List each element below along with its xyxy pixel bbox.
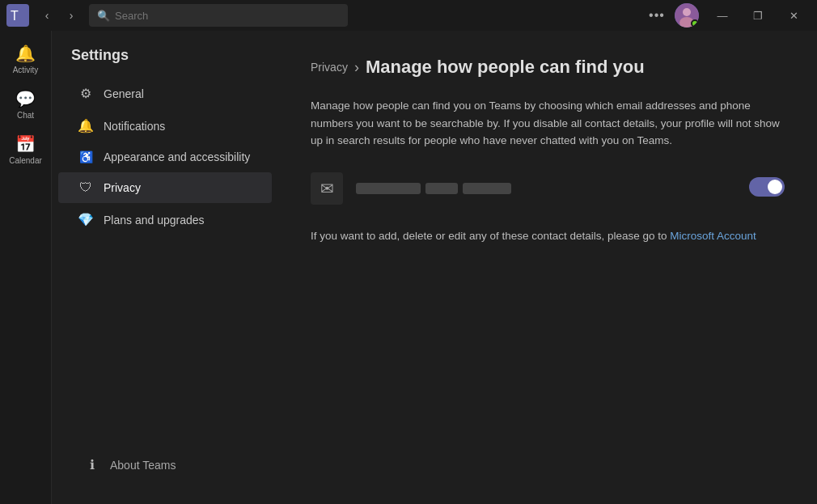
breadcrumb: Privacy › Manage how people can find you bbox=[311, 57, 785, 78]
gear-icon: ⚙ bbox=[78, 86, 94, 101]
restore-button[interactable]: ❐ bbox=[741, 4, 775, 27]
chat-label: Chat bbox=[17, 111, 34, 120]
email-text-blurred bbox=[356, 183, 736, 194]
footer-link-text: If you want to add, delete or edit any o… bbox=[311, 227, 785, 245]
nav-buttons: ‹ › bbox=[36, 4, 83, 27]
search-bar[interactable]: 🔍 bbox=[89, 4, 348, 27]
breadcrumb-separator-icon: › bbox=[354, 59, 359, 76]
plans-label: Plans and upgrades bbox=[104, 214, 205, 227]
content-area: Privacy › Manage how people can find you… bbox=[278, 31, 817, 504]
forward-button[interactable]: › bbox=[60, 4, 83, 27]
email-icon-box: ✉ bbox=[311, 172, 343, 205]
toggle-thumb bbox=[768, 180, 782, 194]
teams-logo-icon: T bbox=[6, 4, 29, 27]
email-toggle[interactable] bbox=[749, 177, 785, 197]
sidebar-item-calendar[interactable]: 📅 Calendar bbox=[0, 128, 51, 172]
chat-icon: 💬 bbox=[15, 89, 36, 108]
accessibility-icon: ♿ bbox=[78, 150, 94, 163]
email-toggle-row: ✉ bbox=[311, 172, 785, 205]
description-text: Manage how people can find you on Teams … bbox=[311, 97, 785, 150]
settings-nav-about[interactable]: ℹ About Teams bbox=[65, 449, 265, 481]
blur-pill-3 bbox=[463, 183, 511, 194]
sidebar-item-activity[interactable]: 🔔 Activity bbox=[0, 37, 51, 81]
window-controls: — ❐ ✕ bbox=[705, 4, 811, 27]
settings-sidebar: Settings ⚙ General 🔔 Notifications ♿ App… bbox=[52, 31, 278, 504]
settings-nav: ⚙ General 🔔 Notifications ♿ Appearance a… bbox=[52, 77, 278, 442]
shield-icon: 🛡 bbox=[78, 180, 94, 195]
close-button[interactable]: ✕ bbox=[777, 4, 811, 27]
breadcrumb-parent[interactable]: Privacy bbox=[311, 61, 348, 74]
settings-nav-privacy[interactable]: 🛡 Privacy bbox=[58, 172, 272, 203]
email-icon: ✉ bbox=[320, 179, 334, 198]
settings-footer: ℹ About Teams bbox=[52, 442, 278, 488]
footer-text-before-link: If you want to add, delete or edit any o… bbox=[311, 230, 670, 242]
activity-icon: 🔔 bbox=[15, 44, 36, 63]
activity-sidebar: 🔔 Activity 💬 Chat 📅 Calendar bbox=[0, 31, 52, 504]
settings-nav-plans[interactable]: 💎 Plans and upgrades bbox=[58, 204, 272, 235]
activity-label: Activity bbox=[13, 66, 39, 74]
microsoft-account-link[interactable]: Microsoft Account bbox=[670, 230, 756, 242]
search-icon: 🔍 bbox=[97, 10, 110, 22]
sidebar-item-chat[interactable]: 💬 Chat bbox=[0, 83, 51, 126]
notifications-label: Notifications bbox=[104, 120, 165, 133]
settings-nav-general[interactable]: ⚙ General bbox=[58, 78, 272, 109]
info-icon: ℹ bbox=[84, 457, 100, 472]
back-button[interactable]: ‹ bbox=[36, 4, 58, 27]
page-title: Manage how people can find you bbox=[366, 57, 645, 78]
diamond-icon: 💎 bbox=[78, 212, 94, 227]
search-input[interactable] bbox=[115, 10, 340, 22]
more-button[interactable]: ••• bbox=[646, 4, 668, 27]
appearance-label: Appearance and accessibility bbox=[104, 150, 250, 163]
titlebar-actions: ••• bbox=[646, 3, 699, 28]
calendar-icon: 📅 bbox=[15, 134, 36, 154]
blur-pill-2 bbox=[425, 183, 458, 194]
titlebar: T ‹ › 🔍 ••• — ❐ ✕ bbox=[0, 0, 817, 31]
toggle-container[interactable] bbox=[749, 177, 785, 200]
online-status-indicator bbox=[691, 19, 699, 28]
avatar[interactable] bbox=[675, 3, 699, 28]
privacy-label: Privacy bbox=[104, 181, 141, 194]
blur-pill-1 bbox=[356, 183, 421, 194]
general-label: General bbox=[104, 87, 144, 100]
svg-text:T: T bbox=[11, 9, 19, 23]
bell-icon: 🔔 bbox=[78, 118, 94, 133]
svg-point-3 bbox=[683, 8, 691, 16]
main-layout: 🔔 Activity 💬 Chat 📅 Calendar Settings ⚙ … bbox=[0, 31, 817, 504]
settings-title: Settings bbox=[52, 47, 278, 77]
calendar-label: Calendar bbox=[9, 156, 42, 165]
settings-nav-appearance[interactable]: ♿ Appearance and accessibility bbox=[58, 142, 272, 172]
about-label: About Teams bbox=[110, 459, 176, 472]
minimize-button[interactable]: — bbox=[705, 4, 739, 27]
settings-nav-notifications[interactable]: 🔔 Notifications bbox=[58, 110, 272, 142]
